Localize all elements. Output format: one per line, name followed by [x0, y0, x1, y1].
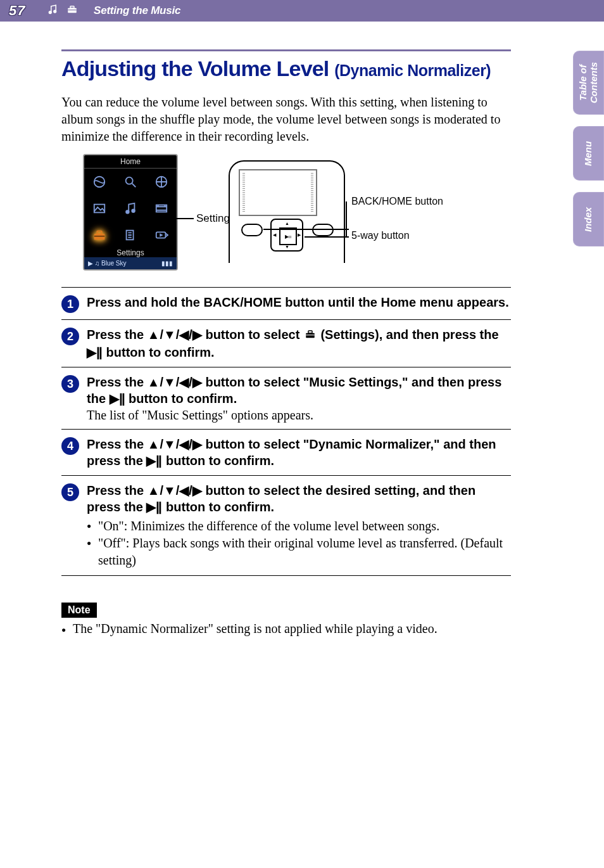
step-5-bullet-off: "Off": Plays back songs with their origi…	[87, 535, 511, 569]
page-title: Adjusting the Volume Level (Dynamic Norm…	[61, 56, 522, 81]
device-screen	[239, 169, 317, 216]
svg-rect-28	[306, 333, 315, 338]
home-header-label: Home	[84, 155, 177, 169]
home-icon-music	[115, 195, 146, 222]
note-label: Note	[61, 603, 97, 618]
callout-line	[305, 236, 349, 238]
note-section: Note The "Dynamic Normalizer" setting is…	[61, 603, 522, 636]
header-icons	[47, 4, 79, 18]
svg-rect-20	[98, 231, 102, 234]
page-number: 57	[0, 3, 47, 19]
step-5-bullets: "On": Minimizes the difference of the vo…	[87, 518, 511, 569]
home-icon-fm	[146, 169, 177, 195]
title-main: Adjusting the Volume Level	[61, 56, 334, 80]
note-list: The "Dynamic Normalizer" setting is not …	[61, 622, 522, 636]
step-5-bullet-on: "On": Minimizes the difference of the vo…	[87, 518, 511, 535]
step-number-icon: 2	[61, 328, 79, 345]
svg-rect-19	[94, 234, 105, 239]
step-number-icon: 4	[61, 437, 79, 455]
toolbox-icon	[303, 328, 317, 344]
step-3-desc: The list of "Music Settings" options app…	[87, 408, 511, 423]
svg-point-17	[158, 205, 158, 206]
svg-rect-3	[70, 6, 74, 8]
svg-point-0	[49, 11, 51, 14]
step-3-title: Press the ▲/▼/◀/▶ button to select "Musi…	[87, 374, 511, 407]
callout-line	[263, 229, 349, 230]
now-playing-text: ♫ Blue Sky	[95, 260, 127, 267]
figures-row: Home Settings ▶ ♫ Blue Sky ▮▮▮	[83, 154, 522, 271]
svg-point-6	[126, 177, 133, 184]
music-note-icon	[47, 4, 58, 18]
toolbox-icon	[66, 4, 79, 18]
home-icon-photo	[84, 195, 115, 222]
intro-text: You can reduce the volume level between …	[61, 94, 522, 145]
device-figure: ▲▼◀▶ ▶ıı BACK/HOME button 5-way button	[216, 160, 450, 268]
step-2-title: Press the ▲/▼/◀/▶ button to select (Sett…	[87, 326, 511, 361]
device-option-button	[312, 224, 334, 236]
steps-list: 1 Press and hold the BACK/HOME button un…	[61, 287, 522, 575]
svg-point-1	[54, 10, 56, 13]
step-5-title: Press the ▲/▼/◀/▶ button to select the d…	[87, 482, 511, 515]
home-icon-settings	[84, 222, 115, 248]
callout-vline	[346, 201, 347, 236]
note-item: The "Dynamic Normalizer" setting is not …	[61, 622, 522, 636]
svg-point-18	[165, 205, 165, 206]
svg-line-7	[132, 184, 136, 188]
header-bar: 57 Setting the Music	[0, 0, 604, 22]
home-icon-nowplaying	[146, 222, 177, 248]
title-sub: (Dynamic Normalizer)	[334, 61, 491, 79]
svg-rect-2	[68, 8, 77, 13]
device-back-home-button	[241, 224, 263, 236]
home-menu-figure: Home Settings ▶ ♫ Blue Sky ▮▮▮	[83, 154, 178, 271]
device-5way-button: ▲▼◀▶ ▶ıı	[270, 219, 303, 252]
step-number-icon: 5	[61, 483, 79, 501]
home-icon-video	[146, 195, 177, 222]
home-grid	[84, 169, 177, 248]
svg-point-13	[132, 209, 135, 212]
steps-bottom-rule	[61, 575, 511, 576]
step-5: 5 Press the ▲/▼/◀/▶ button to select the…	[61, 475, 511, 575]
home-selected-label: Settings	[84, 248, 177, 257]
svg-rect-29	[308, 331, 312, 333]
step-1-title: Press and hold the BACK/HOME button unti…	[87, 294, 511, 310]
battery-icon: ▮▮▮	[161, 260, 173, 267]
step-1: 1 Press and hold the BACK/HOME button un…	[61, 287, 511, 319]
page-content: Adjusting the Volume Level (Dynamic Norm…	[0, 22, 604, 661]
svg-point-12	[126, 210, 129, 214]
home-icon-search	[115, 169, 146, 195]
svg-marker-27	[160, 233, 163, 237]
home-icon-playlist	[115, 222, 146, 248]
home-screenshot: Home Settings ▶ ♫ Blue Sky ▮▮▮	[83, 154, 178, 271]
step-2: 2 Press the ▲/▼/◀/▶ button to select (Se…	[61, 319, 511, 367]
step-number-icon: 1	[61, 295, 79, 313]
step-3: 3 Press the ▲/▼/◀/▶ button to select "Mu…	[61, 367, 511, 429]
heading-rule	[61, 49, 511, 51]
step-4-title: Press the ▲/▼/◀/▶ button to select "Dyna…	[87, 436, 511, 469]
five-way-callout: 5-way button	[351, 230, 410, 241]
back-home-callout: BACK/HOME button	[351, 196, 443, 207]
step-number-icon: 3	[61, 375, 79, 393]
home-icon-sensme	[84, 169, 115, 195]
home-now-playing-bar: ▶ ♫ Blue Sky ▮▮▮	[84, 257, 177, 269]
step-4: 4 Press the ▲/▼/◀/▶ button to select "Dy…	[61, 429, 511, 475]
section-title: Setting the Music	[94, 4, 180, 17]
